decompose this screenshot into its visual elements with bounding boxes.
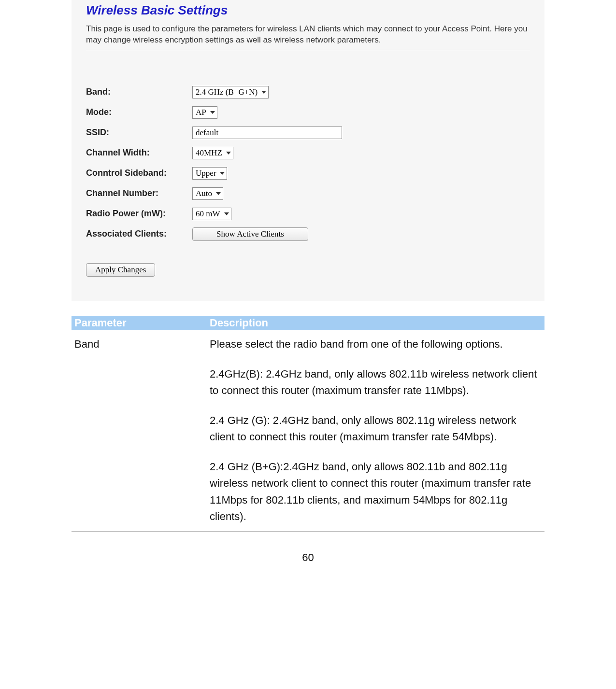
header-description: Description — [210, 317, 542, 329]
param-name: Band — [74, 336, 210, 525]
chevron-down-icon — [261, 91, 266, 94]
table-divider — [72, 532, 544, 532]
control-sideband-select-value: Upper — [196, 169, 216, 178]
channel-number-select[interactable]: Auto — [192, 187, 223, 200]
channel-width-select-value: 40MHZ — [196, 148, 222, 158]
mode-label: Mode: — [86, 107, 192, 117]
band-select[interactable]: 2.4 GHz (B+G+N) — [192, 86, 269, 98]
desc-paragraph: 2.4 GHz (G): 2.4GHz band, only allows 80… — [210, 412, 542, 445]
show-active-clients-button[interactable]: Show Active Clients — [192, 227, 308, 241]
mode-select-value: AP — [196, 108, 206, 117]
channel-number-select-value: Auto — [196, 189, 212, 198]
panel-description: This page is used to configure the param… — [86, 24, 530, 50]
parameter-table-row: Band Please select the radio band from o… — [72, 330, 544, 530]
ssid-label: SSID: — [86, 127, 192, 138]
page-number: 60 — [72, 551, 544, 564]
radio-power-select-value: 60 mW — [196, 209, 220, 219]
radio-power-select[interactable]: 60 mW — [192, 208, 231, 220]
mode-select[interactable]: AP — [192, 106, 217, 119]
panel-title: Wireless Basic Settings — [86, 0, 530, 24]
channel-width-label: Channel Width: — [86, 148, 192, 158]
router-settings-panel: Wireless Basic Settings This page is use… — [72, 0, 544, 301]
chevron-down-icon — [216, 192, 221, 195]
chevron-down-icon — [226, 152, 231, 155]
param-description: Please select the radio band from one of… — [210, 336, 542, 525]
ssid-input[interactable] — [192, 127, 342, 139]
control-sideband-label: Conntrol Sideband: — [86, 168, 192, 178]
desc-paragraph: Please select the radio band from one of… — [210, 336, 542, 352]
divider — [86, 50, 530, 50]
band-select-value: 2.4 GHz (B+G+N) — [196, 87, 258, 97]
header-parameter: Parameter — [74, 317, 210, 329]
channel-number-label: Channel Number: — [86, 188, 192, 198]
associated-clients-label: Associated Clients: — [86, 229, 192, 239]
parameter-table: Parameter Description Band Please select… — [72, 316, 544, 532]
chevron-down-icon — [224, 212, 229, 215]
chevron-down-icon — [210, 111, 215, 114]
parameter-table-header: Parameter Description — [72, 316, 544, 330]
desc-paragraph: 2.4 GHz (B+G):2.4GHz band, only allows 8… — [210, 459, 542, 524]
apply-changes-button[interactable]: Apply Changes — [86, 263, 155, 277]
channel-width-select[interactable]: 40MHZ — [192, 147, 233, 159]
desc-paragraph: 2.4GHz(B): 2.4GHz band, only allows 802.… — [210, 366, 542, 399]
chevron-down-icon — [220, 172, 225, 175]
radio-power-label: Radio Power (mW): — [86, 209, 192, 219]
band-label: Band: — [86, 87, 192, 97]
control-sideband-select[interactable]: Upper — [192, 167, 227, 180]
